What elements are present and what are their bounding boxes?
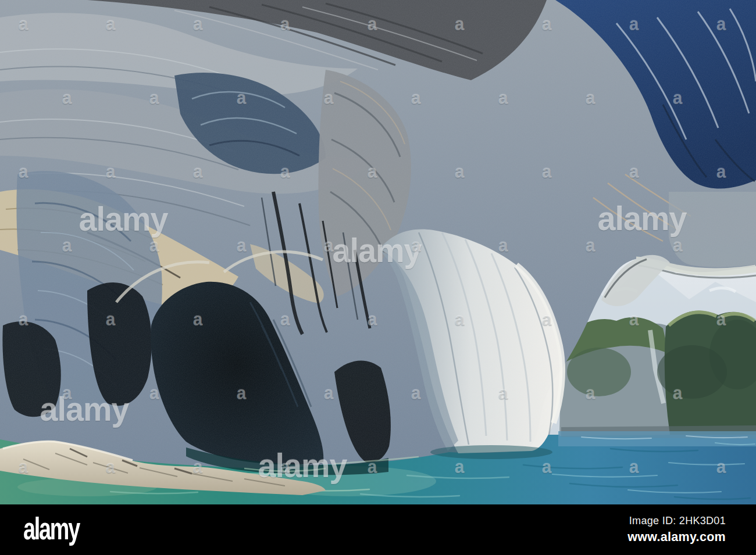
alamy-stock-photo-page: alamyalamyalamyalamyalamyaaaaaaaaaaaaaaa… <box>0 0 756 555</box>
image-meta: Image ID: 2HK3D01 www.alamy.com <box>627 515 726 545</box>
image-id: Image ID: 2HK3D01 <box>627 515 726 527</box>
alamy-url: www.alamy.com <box>627 530 726 545</box>
photo-marble-caves: alamyalamyalamyalamyalamyaaaaaaaaaaaaaaa… <box>0 0 756 504</box>
footer-bar: alamy Image ID: 2HK3D01 www.alamy.com <box>0 504 756 555</box>
marble-caves-scene <box>0 0 756 504</box>
alamy-logo: alamy <box>23 511 79 546</box>
forested-cliffs <box>558 310 756 446</box>
